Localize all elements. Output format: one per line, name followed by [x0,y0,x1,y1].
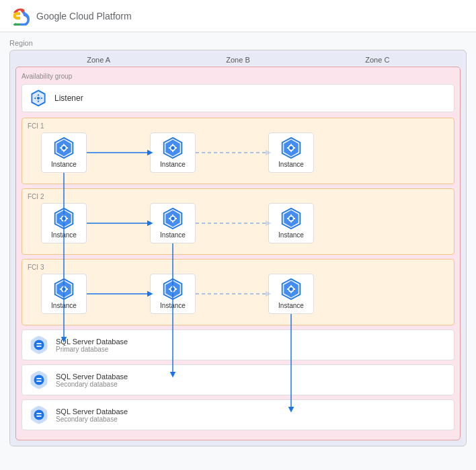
svg-rect-32 [294,147,296,149]
svg-rect-30 [290,151,292,153]
fci1-instance-c: Instance [268,132,314,173]
svg-rect-21 [172,144,173,146]
instance-icon [53,137,75,159]
svg-rect-24 [175,147,177,149]
svg-point-52 [289,217,292,220]
svg-rect-40 [67,218,69,219]
fci3-instance-c-label: Instance [278,302,304,309]
availability-group-box: Availability group Listener [15,67,461,440]
fci2-instance-b: Instance [150,203,196,243]
svg-rect-23 [169,147,171,149]
fci2-instance-b-label: Instance [160,231,186,239]
fci-1-label: FCI 1 [28,122,448,130]
db-secondary2-title: SQL Server Database [56,407,128,416]
svg-rect-37 [63,214,65,217]
fci-1-instances: Instance [28,132,448,180]
listener-bar: Listener [22,84,454,112]
fci-3-instances: Instance [28,274,448,321]
svg-rect-55 [287,218,289,219]
db-icon-secondary2 [29,405,49,425]
fci1-instance-a-label: Instance [51,161,77,168]
svg-point-44 [171,217,174,220]
db-primary-subtitle: Primary database [56,346,128,353]
header-title: Google Cloud Platform [36,11,132,22]
svg-rect-29 [290,144,292,146]
svg-rect-56 [294,218,296,219]
svg-point-28 [289,146,292,149]
svg-rect-85 [36,346,42,347]
fci2-instance-a-label: Instance [51,231,77,239]
fci3-instance-a-label: Instance [51,302,77,309]
fci-3-box: FCI 3 [22,259,454,325]
svg-point-12 [62,146,65,149]
fci1-instance-b: Instance [150,132,196,173]
svg-rect-46 [172,221,173,223]
instance-icon [53,208,75,229]
svg-rect-38 [63,221,65,223]
gcp-logo [11,7,30,26]
svg-rect-62 [63,292,65,294]
svg-rect-15 [60,147,62,149]
zone-b-label: Zone B [168,56,307,64]
db-primary-text: SQL Server Database Primary database [56,338,128,353]
svg-point-36 [62,217,65,220]
region-box: Zone A Zone B Zone C Availability group [9,50,467,446]
svg-rect-84 [36,343,42,344]
db-row-secondary1: SQL Server Database Secondary database [22,364,454,395]
svg-rect-45 [172,214,173,217]
svg-rect-90 [36,381,42,382]
svg-rect-70 [172,292,173,294]
header: Google Cloud Platform [0,0,476,32]
svg-rect-6 [38,101,39,103]
fci2-instance-a: Instance [41,203,87,243]
svg-rect-13 [63,144,65,146]
fci-3-label: FCI 3 [28,264,448,271]
region-label: Region [9,39,467,47]
fci-1-box: FCI 1 [22,118,454,184]
db-icon-primary [29,335,49,355]
db-primary-title: SQL Server Database [56,338,128,346]
svg-rect-54 [290,221,292,223]
svg-rect-14 [63,151,65,153]
fci1-instance-c-label: Instance [278,161,304,168]
fci3-instance-b: Instance [150,274,196,314]
svg-rect-94 [36,413,42,414]
fci3-instance-c: Instance [268,274,314,314]
svg-rect-47 [169,218,171,219]
zone-row: Zone A Zone B Zone C [15,56,461,64]
svg-rect-63 [60,288,62,290]
db-secondary2-subtitle: Secondary database [56,416,128,423]
svg-rect-53 [290,214,292,217]
instance-icon [280,208,302,229]
db-row-primary: SQL Server Database Primary database [22,329,454,360]
db-secondary1-subtitle: Secondary database [56,381,128,388]
fci1-instance-b-label: Instance [160,161,186,168]
svg-point-60 [62,287,65,290]
listener-text: Listener [54,93,83,103]
svg-point-93 [34,410,44,420]
db-row-secondary2: SQL Server Database Secondary database [22,399,454,430]
db-icon-secondary1 [29,370,49,390]
fci2-instance-c: Instance [268,203,314,243]
svg-rect-64 [67,288,69,290]
svg-rect-95 [36,416,42,417]
svg-rect-61 [63,285,65,287]
svg-rect-22 [172,151,173,153]
diagram-wrapper: FCI 1 [22,118,454,430]
svg-rect-48 [175,218,177,219]
svg-rect-71 [169,288,171,290]
svg-rect-78 [290,292,292,294]
svg-rect-77 [290,285,292,287]
instance-icon [162,278,184,300]
fci3-instance-a: Instance [41,274,87,314]
fci3-instance-b-label: Instance [160,302,186,309]
fci1-instance-a: Instance [41,132,87,173]
svg-rect-31 [287,147,289,149]
svg-point-68 [171,287,174,290]
svg-point-83 [34,340,44,350]
svg-rect-8 [41,97,43,99]
zone-a-label: Zone A [29,56,168,64]
instance-icon [280,278,302,300]
zone-c-label: Zone C [308,56,447,64]
fci-2-box: FCI 2 [22,188,454,255]
